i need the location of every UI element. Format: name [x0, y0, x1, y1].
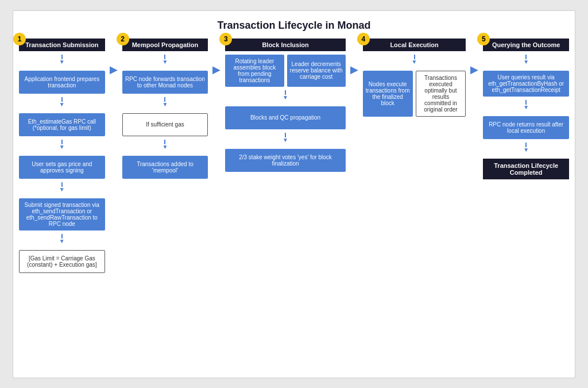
col3-top-right-box: Leader decrements reserve balance with c…	[287, 55, 346, 87]
column-5: 5 Querying the Outcome User queries resu…	[483, 39, 569, 179]
column-4: 4 Local Execution Nodes execute transact…	[363, 39, 466, 117]
col4-header: 4 Local Execution	[363, 39, 466, 51]
sep-2-3: ▶	[212, 39, 220, 76]
col3-middle-box: Blocks and QC propagation	[225, 106, 346, 129]
col1-header: 1 Transaction Submission	[19, 39, 105, 51]
column-1: 1 Transaction Submission Application fro…	[19, 39, 105, 273]
step-badge-4: 4	[357, 33, 370, 45]
col1-box1: Application frontend prepares transactio…	[19, 71, 105, 94]
col3-bottom-box: 2/3 stake weight votes 'yes' for block f…	[225, 149, 346, 172]
col1-box2: Eth_estimateGas RPC call (*optional, for…	[19, 113, 105, 136]
horiz-arrow-3: ▶	[350, 63, 358, 76]
step-badge-5: 5	[477, 33, 490, 45]
col3-top-row: Rotating leader assembles block from pen…	[225, 55, 346, 87]
arrow-1c	[59, 140, 65, 152]
arrow-2c	[163, 140, 168, 152]
horiz-arrow-2: ▶	[212, 63, 220, 76]
step-badge-1: 1	[13, 33, 26, 45]
col4-bottom-row: Nodes execute transactions from the fina…	[363, 71, 466, 117]
arrow-1a	[59, 55, 65, 67]
diagram-container: Transaction Lifecycle in Monad 1 Transac…	[13, 10, 575, 378]
arrow-1e	[59, 234, 65, 247]
arrow-2a	[163, 55, 168, 67]
main-title: Transaction Lifecycle in Monad	[19, 20, 569, 32]
col2-box1: RPC node forwards transaction to other M…	[122, 71, 208, 94]
col2-box2: If sufficient gas	[122, 113, 208, 136]
col5-box1: User queries result via eth_getTransacti…	[483, 71, 569, 97]
col1-box3: User sets gas price and approves signing	[19, 156, 105, 179]
columns-container: 1 Transaction Submission Application fro…	[19, 39, 569, 273]
sep-3-4: ▶	[350, 39, 358, 76]
col3-header: 3 Block Inclusion	[225, 39, 346, 51]
horiz-arrow-1: ▶	[110, 63, 118, 76]
col5-header: 5 Querying the Outcome	[483, 39, 569, 51]
step-badge-3: 3	[219, 33, 232, 45]
col5-box2: RPC node returns result after local exec…	[483, 116, 569, 139]
arrow-4a	[412, 55, 417, 67]
col1-box4: Submit signed transaction via eth_sendTr…	[19, 198, 105, 231]
arrow-1b	[59, 97, 65, 110]
col3-top-left-box: Rotating leader assembles block from pen…	[225, 55, 284, 87]
sep-4-5: ▶	[470, 39, 478, 76]
col2-box3: Transactions added to 'mempool'	[122, 156, 208, 179]
column-2: 2 Mempool Propagation RPC node forwards …	[122, 39, 208, 179]
arrow-2b	[163, 97, 168, 110]
horiz-arrow-4: ▶	[470, 63, 478, 76]
arrow-5c	[523, 143, 529, 155]
sep-1-2: ▶	[110, 39, 118, 76]
arrow-5b	[523, 100, 529, 113]
col5-box3: Transaction Lifecycle Completed	[483, 159, 569, 179]
col2-header: 2 Mempool Propagation	[122, 39, 208, 51]
arrow-3a	[283, 90, 288, 103]
col4-right-box: Transactions executed optimally but resu…	[416, 71, 466, 117]
column-3: 3 Block Inclusion Rotating leader assemb…	[225, 39, 346, 172]
arrow-5a	[523, 55, 529, 67]
arrow-1d	[59, 182, 65, 195]
col1-box5: [Gas Limit = Carriage Gas (constant) + E…	[19, 250, 105, 273]
arrow-3b	[283, 133, 288, 145]
step-badge-2: 2	[117, 33, 129, 45]
col4-left-box: Nodes execute transactions from the fina…	[363, 71, 413, 117]
